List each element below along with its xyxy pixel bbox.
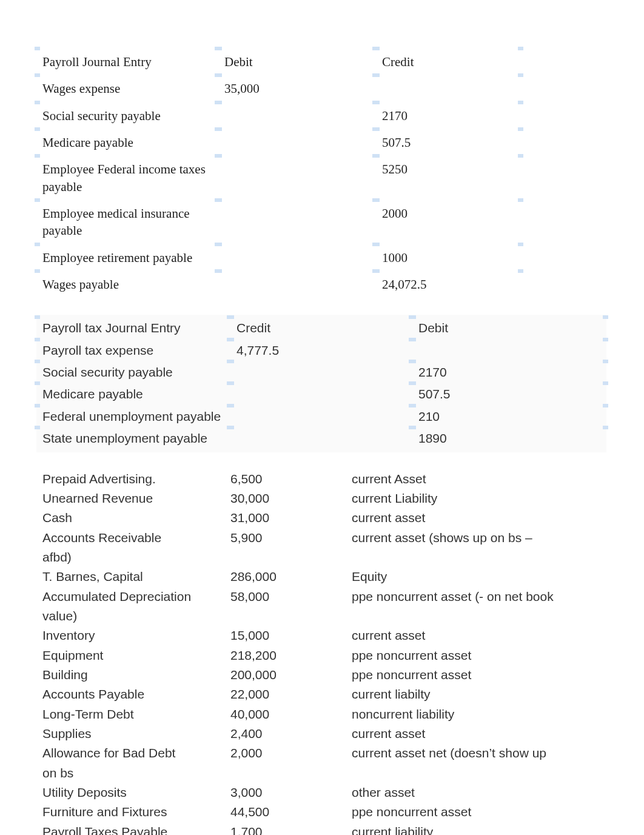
row-debit	[218, 244, 376, 271]
empty-cell	[346, 548, 606, 567]
header-debit-col: Debit	[412, 317, 606, 339]
table-row: Employee retirement payable1000	[36, 244, 522, 271]
account-name: Accounts Receivable	[36, 528, 224, 548]
table-row-continuation: value)	[36, 606, 606, 626]
row-label: Federal unemployment payable	[36, 406, 230, 428]
table-row: Social security payable2170	[36, 102, 522, 129]
empty-cell	[346, 606, 606, 626]
table-row: State unemployment payable1890	[36, 428, 606, 449]
row-col3: 507.5	[412, 383, 606, 405]
table-row: Accounts Receivable5,900current asset (s…	[36, 528, 606, 548]
row-credit: 24,072.5	[376, 271, 522, 298]
table-row: Wages expense35,000	[36, 75, 522, 102]
account-name: T. Barnes, Capital	[36, 567, 224, 586]
account-amount: 2,000	[224, 743, 346, 763]
account-amount: 1,700	[224, 822, 346, 835]
table-row: Employee medical insurance payable2000	[36, 200, 522, 244]
table-row: Prepaid Advertising.6,500current Asset	[36, 469, 606, 489]
table-header-row: Payroll tax Journal Entry Credit Debit	[36, 317, 606, 339]
row-col3: 2170	[412, 361, 606, 383]
row-label: Wages payable	[36, 271, 218, 298]
account-classification: current liability	[346, 822, 606, 835]
table-row-continuation: afbd)	[36, 548, 606, 567]
table-row: Cash31,000current asset	[36, 508, 606, 528]
account-name: Unearned Revenue	[36, 489, 224, 508]
account-amount: 31,000	[224, 508, 346, 528]
account-name: Building	[36, 665, 224, 685]
account-amount: 6,500	[224, 469, 346, 489]
row-col2	[230, 383, 412, 405]
payroll-tax-journal-entry-table: Payroll tax Journal Entry Credit Debit P…	[36, 317, 606, 449]
row-col2	[230, 406, 412, 428]
account-classification: ppe noncurrent asset	[346, 665, 606, 685]
row-label: Employee retirement payable	[36, 244, 218, 271]
account-name: Long-Term Debt	[36, 705, 224, 724]
account-name: Utility Deposits	[36, 783, 224, 802]
account-amount: 218,200	[224, 646, 346, 665]
account-name: Equipment	[36, 646, 224, 665]
header-label: Payroll tax Journal Entry	[36, 317, 230, 339]
table-header-row: Payroll Journal Entry Debit Credit	[36, 49, 522, 75]
table-row: Employee Federal income taxes payable525…	[36, 156, 522, 200]
account-name: Inventory	[36, 626, 224, 645]
row-label: Medicare payable	[36, 129, 218, 156]
row-debit	[218, 156, 376, 200]
account-name: Cash	[36, 508, 224, 528]
account-name: Supplies	[36, 724, 224, 743]
account-amount: 30,000	[224, 489, 346, 508]
account-classification: noncurrent liability	[346, 705, 606, 724]
row-col3: 1890	[412, 428, 606, 449]
row-col3: 210	[412, 406, 606, 428]
account-class-continuation: on bs	[36, 763, 224, 783]
table-row: Equipment218,200ppe noncurrent asset	[36, 646, 606, 665]
table-row-continuation: on bs	[36, 763, 606, 783]
table-row: Unearned Revenue30,000current Liability	[36, 489, 606, 508]
row-label: Wages expense	[36, 75, 218, 102]
table-row: Utility Deposits3,000other asset	[36, 783, 606, 802]
row-col2	[230, 428, 412, 449]
table-row: Long-Term Debt40,000noncurrent liability	[36, 705, 606, 724]
row-col2	[230, 361, 412, 383]
account-classification: current Asset	[346, 469, 606, 489]
table-row: Medicare payable507.5	[36, 383, 606, 405]
accounts-classification-table: Prepaid Advertising.6,500current AssetUn…	[36, 469, 606, 836]
row-credit	[376, 75, 522, 102]
row-label: State unemployment payable	[36, 428, 230, 449]
header-debit: Debit	[218, 49, 376, 75]
row-label: Employee medical insurance payable	[36, 200, 218, 244]
account-class-continuation: value)	[36, 606, 224, 626]
header-label: Payroll Journal Entry	[36, 49, 218, 75]
account-classification: Equity	[346, 567, 606, 586]
row-label: Social security payable	[36, 102, 218, 129]
empty-cell	[224, 548, 346, 567]
account-classification: ppe noncurrent asset	[346, 646, 606, 665]
row-label: Employee Federal income taxes payable	[36, 156, 218, 200]
table-row: Accounts Payable22,000current liabilty	[36, 685, 606, 704]
account-name: Payroll Taxes Payable	[36, 822, 224, 835]
row-col2: 4,777.5	[230, 340, 412, 361]
account-amount: 3,000	[224, 783, 346, 802]
table-row: Social security payable2170	[36, 361, 606, 383]
row-credit: 2170	[376, 102, 522, 129]
empty-cell	[224, 606, 346, 626]
account-amount: 40,000	[224, 705, 346, 724]
header-credit: Credit	[376, 49, 522, 75]
account-amount: 22,000	[224, 685, 346, 704]
account-classification: current liabilty	[346, 685, 606, 704]
row-col3	[412, 340, 606, 361]
empty-cell	[224, 763, 346, 783]
payroll-journal-entry-table: Payroll Journal Entry Debit Credit Wages…	[36, 49, 522, 298]
row-label: Social security payable	[36, 361, 230, 383]
row-label: Payroll tax expense	[36, 340, 230, 361]
row-credit: 2000	[376, 200, 522, 244]
row-debit	[218, 200, 376, 244]
header-credit-col: Credit	[230, 317, 412, 339]
account-classification: ppe noncurrent asset	[346, 802, 606, 822]
row-debit: 35,000	[218, 75, 376, 102]
table-row: T. Barnes, Capital286,000Equity	[36, 567, 606, 586]
table-row: Inventory15,000current asset	[36, 626, 606, 645]
table-row: Medicare payable507.5	[36, 129, 522, 156]
table-row: Supplies2,400current asset	[36, 724, 606, 743]
account-name: Allowance for Bad Debt	[36, 743, 224, 763]
account-classification: current asset	[346, 508, 606, 528]
